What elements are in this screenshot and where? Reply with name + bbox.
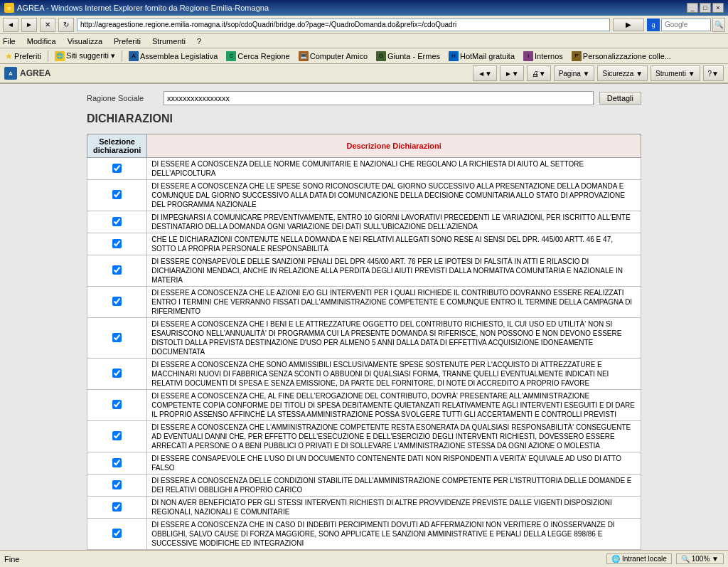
declaration-checkbox-12[interactable]: [112, 502, 122, 512]
toolbar-print-btn[interactable]: 🖨▼: [527, 65, 551, 81]
ie-icon: e: [4, 3, 14, 13]
declaration-checkbox-11[interactable]: [112, 480, 122, 489]
declaration-text: DI ESSERE A CONOSCENZA CHE IN CASO DI IN…: [147, 519, 641, 550]
fav-giunta[interactable]: G Giunta - Ermes: [374, 51, 442, 62]
declaration-checkbox-10[interactable]: [112, 458, 122, 467]
checkbox-cell: [87, 497, 147, 519]
toolbar-tools-btn[interactable]: Strumenti ▼: [651, 65, 700, 81]
checkbox-cell: [87, 233, 147, 255]
fav-icon-hotmail: H: [449, 51, 459, 61]
declaration-text: DI ESSERE A CONOSCENZA CHE I BENI E LE A…: [147, 318, 641, 359]
go-icon: ▶: [626, 21, 631, 28]
declaration-text: DI IMPEGNARSI A COMUNICARE PREVENTIVAMEN…: [147, 211, 641, 233]
table-row: DI ESSERE A CONOSCENZA CHE LE SPESE SONO…: [87, 180, 641, 211]
fav-personalizzazione-label: Personalizzazione colle...: [583, 52, 671, 60]
dettagli-button[interactable]: Dettagli: [599, 92, 641, 105]
table-row: DI ESSERE A CONOSCENZA CHE, AL FINE DELL…: [87, 390, 641, 421]
go-button[interactable]: ▶: [613, 18, 644, 31]
favorites-bar: ★ Preferiti 🌐 Siti suggeriti ▾ A Assembl…: [0, 48, 728, 64]
declaration-checkbox-9[interactable]: [112, 431, 122, 440]
titlebar-left: e AGREA - Windows Internet Explorer forn…: [4, 3, 269, 13]
stop-button[interactable]: ✕: [40, 18, 55, 32]
fav-separator-2: [122, 51, 122, 62]
fav-icon-siti: 🌐: [55, 51, 65, 61]
address-bar-area: ◄ ► ✕ ↻ ▶ g 🔍: [0, 16, 728, 34]
toolbar-back-btn[interactable]: ◄▼: [473, 65, 497, 81]
declaration-checkbox-3[interactable]: [112, 239, 122, 248]
toolbar-security-btn[interactable]: Sicurezza ▼: [597, 65, 648, 81]
restore-button[interactable]: □: [700, 3, 711, 13]
fav-internos[interactable]: I Internos: [521, 51, 565, 62]
declaration-text: DI ESSERE A CONOSCENZA CHE, AL FINE DELL…: [147, 390, 641, 421]
back-button[interactable]: ◄: [3, 18, 18, 32]
fav-separator-1: [48, 51, 48, 62]
menu-bar: File Modifica Visualizza Preferiti Strum…: [0, 34, 728, 48]
address-input[interactable]: [77, 18, 610, 31]
ragione-sociale-row: Ragione Sociale Dettagli: [87, 91, 641, 105]
ragione-sociale-input[interactable]: [164, 91, 594, 105]
checkbox-cell: [87, 519, 147, 550]
agrea-logo: A AGREA: [4, 67, 50, 80]
fav-icon-cerca: C: [226, 51, 236, 61]
menu-visualizza[interactable]: Visualizza: [68, 37, 102, 46]
table-row: CHE LE DICHIARAZIONI CONTENUTE NELLA DOM…: [87, 233, 641, 255]
table-row: DI ESSERE CONSAPEVOLE CHE L'USO DI UN DO…: [87, 452, 641, 475]
fav-assemblea[interactable]: A Assemblea Legislativa: [127, 51, 220, 62]
checkbox-cell: [87, 180, 147, 211]
fav-cerca-label: Cerca Regione: [237, 52, 289, 60]
fav-computer[interactable]: 💻 Computer Amico: [296, 51, 370, 62]
minimize-button[interactable]: _: [687, 3, 698, 13]
col-header-descrizione: Descrizione Dichiarazioni: [147, 134, 641, 158]
forward-button[interactable]: ►: [21, 18, 37, 32]
checkbox-cell: [87, 452, 147, 475]
declaration-checkbox-5[interactable]: [112, 297, 122, 306]
ragione-sociale-label: Ragione Sociale: [87, 94, 158, 102]
toolbar-page-btn[interactable]: Pagina ▼: [554, 65, 595, 81]
fav-personalizzazione[interactable]: P Personalizzazione colle...: [569, 51, 673, 62]
menu-modifica[interactable]: Modifica: [27, 37, 56, 46]
table-row: DI ESSERE A CONOSCENZA CHE LE AZIONI E/O…: [87, 287, 641, 318]
menu-file[interactable]: File: [3, 37, 16, 46]
toolbar-forward-btn[interactable]: ►▼: [500, 65, 524, 81]
checkbox-cell: [87, 318, 147, 359]
declaration-text: DI ESSERE A CONOSCENZA DELLE CONDIZIONI …: [147, 475, 641, 497]
declaration-checkbox-2[interactable]: [112, 217, 122, 226]
toolbar-help-btn[interactable]: ?▼: [703, 65, 724, 81]
fav-hotmail[interactable]: H HotMail gratuita: [446, 51, 517, 62]
fav-icon-computer: 💻: [299, 51, 309, 61]
declaration-checkbox-0[interactable]: [112, 164, 122, 173]
checkbox-cell: [87, 255, 147, 287]
fav-cerca[interactable]: C Cerca Regione: [224, 51, 291, 62]
table-row: DI IMPEGNARSI A COMUNICARE PREVENTIVAMEN…: [87, 211, 641, 233]
declaration-text: DI ESSERE A CONOSCENZA CHE L'AMMINISTRAZ…: [147, 421, 641, 452]
declaration-text: DI ESSERE A CONOSCENZA CHE LE AZIONI E/O…: [147, 287, 641, 318]
table-row: DI ESSERE A CONOSCENZA DELLE CONDIZIONI …: [87, 475, 641, 497]
declaration-checkbox-13[interactable]: [112, 529, 122, 538]
fav-siti-suggeriti[interactable]: 🌐 Siti suggeriti ▾: [53, 51, 117, 62]
checkbox-cell: [87, 211, 147, 233]
menu-preferiti[interactable]: Preferiti: [114, 37, 141, 46]
page-area: Ragione Sociale Dettagli DICHIARAZIONI S…: [0, 84, 728, 550]
declaration-checkbox-1[interactable]: [112, 190, 122, 199]
window-titlebar: e AGREA - Windows Internet Explorer forn…: [0, 0, 728, 16]
table-row: DI ESSERE A CONOSCENZA CHE L'AMMINISTRAZ…: [87, 421, 641, 452]
declaration-text: DI ESSERE A CONOSCENZA DELLE NORME COMUN…: [147, 158, 641, 180]
search-input[interactable]: [661, 18, 711, 31]
declaration-checkbox-8[interactable]: [112, 400, 122, 409]
declaration-checkbox-4[interactable]: [112, 265, 122, 275]
search-button[interactable]: 🔍: [712, 18, 725, 32]
checkbox-cell: [87, 359, 147, 390]
window-title: AGREA - Windows Internet Explorer fornit…: [17, 4, 269, 12]
declaration-checkbox-7[interactable]: [112, 369, 122, 378]
close-button[interactable]: ×: [712, 3, 724, 13]
favorites-main-button[interactable]: ★ Preferiti: [3, 51, 43, 62]
fav-giunta-label: Giunta - Ermes: [387, 52, 440, 60]
menu-strumenti[interactable]: Strumenti: [152, 37, 186, 46]
declaration-text: CHE LE DICHIARAZIONI CONTENUTE NELLA DOM…: [147, 233, 641, 255]
checkbox-cell: [87, 421, 147, 452]
menu-help[interactable]: ?: [197, 37, 201, 46]
declaration-checkbox-6[interactable]: [112, 333, 122, 342]
agrea-icon: A: [4, 67, 17, 80]
refresh-button[interactable]: ↻: [58, 18, 74, 32]
titlebar-buttons[interactable]: _ □ ×: [687, 3, 724, 13]
